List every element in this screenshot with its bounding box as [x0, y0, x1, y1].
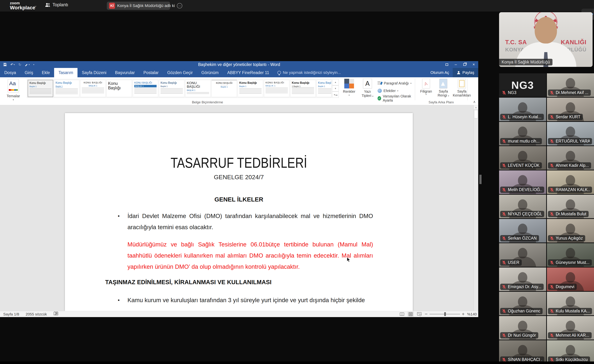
participant-tile[interactable]: SİNAN BAHÇACI ...	[499, 340, 546, 364]
web-layout-button[interactable]	[416, 312, 422, 317]
muted-mic-icon	[550, 188, 554, 192]
style-set-card[interactable]: KONU BAŞLIĞIBaşlık 1	[211, 80, 237, 97]
participant-tile[interactable]: ERTUĞRUL YARALI	[547, 122, 594, 145]
gallery-up-button[interactable]: ▲	[332, 79, 339, 85]
participant-tile[interactable]: Yunus Açıkgöz	[547, 219, 594, 243]
participant-name: Güneysınır Must...	[556, 260, 589, 265]
participant-tile[interactable]: Sıtkı Küçükbuzcu	[547, 340, 594, 364]
page-borders-button[interactable]: SayfaKenarlıkları	[452, 79, 472, 97]
participant-name: RAMAZAN KALK...	[556, 187, 590, 192]
tab-dosya[interactable]: Dosya	[0, 68, 20, 77]
page-indicator[interactable]: Sayfa 1/8	[0, 312, 22, 316]
participant-tile[interactable]: Kulu Mustafa KA...	[547, 292, 594, 315]
document-formatting-options: Paragraf Aralığı▾ Efektler▾ ✓ Varsayılan…	[378, 80, 415, 102]
style-set-card[interactable]: Konu BaşlığıBaşlık 1	[54, 80, 80, 97]
participant-tile[interactable]: Serkan ÖZCAN	[499, 219, 546, 243]
chevron-down-icon[interactable]: ⌄	[34, 3, 37, 8]
gallery-more-button[interactable]: ▼▬	[332, 92, 339, 98]
participant-tile[interactable]: RAMAZAN KALK...	[547, 170, 594, 194]
style-set-card[interactable]: Konu BaşlığıBaşlık 1	[317, 80, 331, 97]
read-mode-button[interactable]	[399, 312, 405, 317]
participant-tile[interactable]: L. Hüseyin Kutal...	[499, 98, 546, 121]
tab-gorunum[interactable]: Görünüm	[197, 68, 223, 77]
vertical-scrollbar[interactable]: ▲	[473, 105, 478, 311]
word-count[interactable]: 2055 sözcük	[22, 312, 50, 316]
document-page[interactable]: TASARRUF TEDBİRLERİ GENELGE 2024/7 GENEL…	[65, 113, 413, 311]
participant-name: Emirgazi Dr. Asy...	[508, 284, 541, 289]
participant-name-pill: Dr.Mustafa Bulut	[548, 211, 589, 217]
style-set-card[interactable]: Konu BaşlığıBaşlık 1	[238, 80, 263, 97]
participant-tile[interactable]: NİYAZİ ÇEÇEOĞL...	[499, 195, 546, 218]
more-options-icon[interactable]: ⋯	[177, 3, 182, 8]
style-set-card[interactable]: Konu Başlığı	[106, 80, 132, 97]
participant-tile[interactable]: Serdar KURT	[547, 98, 594, 121]
tab-giris[interactable]: Giriş	[20, 68, 37, 77]
scrollbar-thumb[interactable]	[474, 110, 478, 118]
restore-button[interactable]	[460, 61, 469, 68]
share-button[interactable]: Paylaş	[453, 68, 478, 77]
participant-tile[interactable]: Dr.Mehmet Akif ...	[547, 73, 594, 97]
meeting-title-pill[interactable]: Kİ Konya İl Sağlık Müdürlüğü adlı ki ⋯	[107, 2, 170, 10]
tab-tasarim[interactable]: Tasarım	[54, 68, 77, 77]
tell-me-search[interactable]: Ne yapmak istediğinizi söyleyin...	[273, 68, 345, 77]
colors-button[interactable]: Renkler ▾	[340, 79, 358, 96]
participant-name: ERTUĞRUL YARALI	[556, 139, 590, 144]
style-set-card[interactable]: Konu BaşlığıBaşlık 1	[159, 80, 184, 97]
tab-sayfa-duzeni[interactable]: Sayfa Düzeni	[77, 68, 111, 77]
participant-tile[interactable]: murat mutlu cih...	[499, 122, 546, 145]
tab-abbyy[interactable]: ABBYY FineReader 11	[223, 68, 273, 77]
watermark-button[interactable]: Filigran ▾	[418, 79, 435, 96]
style-set-card[interactable]: KONU BAŞLIĞIBAŞLIK 1	[264, 80, 290, 97]
themes-icon: Aa	[8, 79, 19, 92]
effects-button[interactable]: Efektler▾	[378, 87, 415, 94]
panel-resize-handle[interactable]	[480, 175, 482, 184]
participant-name-pill: RAMAZAN KALK...	[548, 187, 592, 193]
style-set-card[interactable]: Konu BaşlığıBaşlık 1	[28, 80, 53, 97]
tab-basvurular[interactable]: Başvurular	[111, 68, 139, 77]
participant-name-pill: NİYAZİ ÇEÇEOĞL...	[500, 211, 544, 217]
tab-ekle[interactable]: Ekle	[37, 68, 54, 77]
collapse-ribbon-icon[interactable]: ∧	[473, 100, 476, 104]
minimize-button[interactable]: –	[451, 61, 460, 68]
participant-gallery: NG3 NG3 Dr.Mehmet Akif ... L. Hüseyin Ku…	[499, 73, 594, 364]
tab-gozden-gecir[interactable]: Gözden Geçir	[163, 68, 197, 77]
zoom-out-button[interactable]: −	[425, 312, 428, 317]
paragraph-spacing-button[interactable]: Paragraf Aralığı▾	[378, 80, 415, 87]
ribbon-display-options-button[interactable]	[442, 61, 451, 68]
print-layout-button[interactable]	[408, 312, 414, 317]
gallery-down-button[interactable]: ▼	[332, 85, 339, 92]
participant-tile[interactable]: NG3 NG3	[499, 73, 546, 97]
participant-tile[interactable]: Güneysınır Must...	[547, 243, 594, 267]
themes-button[interactable]: Aa Temalar ▾	[1, 78, 25, 104]
style-set-card[interactable]: KONU BAŞLIĞIBAŞLIK 1	[133, 80, 158, 97]
participant-tile[interactable]: Mehmet Ali KAR...	[547, 316, 594, 340]
zoom-slider-track[interactable]	[430, 314, 460, 314]
proofing-icon[interactable]	[50, 311, 62, 317]
participant-tile[interactable]: USER	[499, 243, 546, 267]
participant-tile[interactable]: LEVENT KÜÇÜK	[499, 146, 546, 170]
style-set-card[interactable]: KONU BAŞLIĞIBAŞLIK 1	[185, 80, 211, 97]
tab-postalar[interactable]: Postalar	[139, 68, 163, 77]
zoom-percentage[interactable]: %140	[467, 312, 477, 316]
sign-in-button[interactable]: Oturum Aç	[427, 70, 453, 75]
zoom-in-button[interactable]: +	[462, 312, 465, 317]
participant-tile[interactable]: Dogumevi	[547, 268, 594, 291]
style-set-card[interactable]: Konu Başlığı1 Başlık 1	[290, 80, 316, 97]
active-speaker-video[interactable]: T.C. SAKANLIĞI KONYADÜRLÜĞÜ Konya İl Sağ…	[499, 12, 593, 67]
zoom-logo-text: zoom	[10, 1, 35, 5]
meeting-tab[interactable]: Toplantı	[45, 2, 68, 7]
fonts-button[interactable]: A YazıTipleri ▾	[359, 79, 376, 98]
participant-name: Oğuzhan Günenc	[508, 309, 540, 313]
participant-tile[interactable]: Dr.Mustafa Bulut	[547, 195, 594, 218]
participant-tile[interactable]: Oğuzhan Günenc	[499, 292, 546, 315]
close-button[interactable]: ×	[469, 61, 478, 68]
participant-tile[interactable]: Melih DEVELİOĞ...	[499, 170, 546, 194]
participant-tile[interactable]: Dr Nuri Güngör	[499, 316, 546, 340]
style-set-card[interactable]: KONU BAŞLIĞIBAŞLIK 1	[80, 80, 106, 97]
participant-tile[interactable]: Ahmet Kadir Alp...	[547, 146, 594, 170]
page-color-button[interactable]: SayfaRengi ▾	[435, 79, 452, 97]
participant-tile[interactable]: Emirgazi Dr. Asy...	[499, 268, 546, 291]
scroll-up-arrow[interactable]: ▲	[474, 105, 478, 110]
participant-name-pill: Kulu Mustafa KA...	[548, 308, 592, 314]
zoom-slider-thumb[interactable]	[444, 312, 446, 316]
